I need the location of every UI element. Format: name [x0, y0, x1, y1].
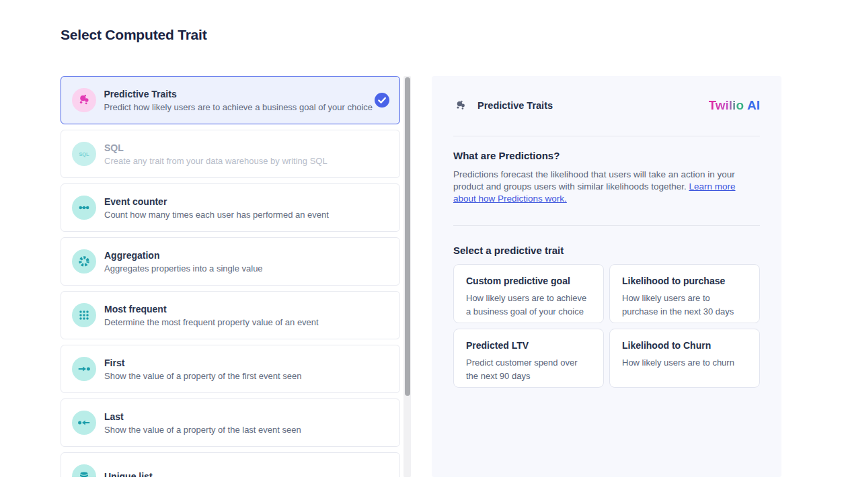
dot-arrow-left-icon	[72, 411, 96, 435]
trait-item-unique-list[interactable]: Unique list	[61, 452, 400, 477]
trait-title: SQL	[104, 141, 328, 155]
trait-title: Predictive Traits	[104, 87, 373, 101]
trait-title: Unique list	[104, 470, 153, 477]
trait-title: Event counter	[104, 195, 329, 208]
trait-title: Most frequent	[104, 302, 319, 316]
trait-title: First	[104, 356, 301, 370]
trait-description: Create any trait from your data warehous…	[104, 155, 328, 167]
divider	[453, 136, 760, 136]
predictive-trait-card-predicted-ltv[interactable]: Predicted LTVPredict customer spend over…	[453, 329, 604, 388]
dots-row-icon	[72, 196, 96, 220]
trait-description: Show the value of a property of the firs…	[104, 370, 301, 382]
trait-title: Last	[104, 410, 301, 423]
ai-logo-text: AI	[747, 98, 760, 112]
trait-description: Show the value of a property of the last…	[104, 423, 301, 436]
cluster-icon	[72, 88, 96, 112]
predictive-trait-card-likelihood-to-purchase[interactable]: Likelihood to purchaseHow likely users a…	[609, 264, 760, 323]
panel-title: Predictive Traits	[477, 100, 553, 111]
about-body: Predictions forecast the likelihood that…	[453, 169, 760, 205]
card-title: Likelihood to purchase	[622, 276, 747, 286]
trait-item-first[interactable]: FirstShow the value of a property of the…	[61, 345, 400, 393]
predictive-trait-card-likelihood-to-churn[interactable]: Likelihood to ChurnHow likely users are …	[609, 329, 760, 388]
card-title: Custom predictive goal	[466, 276, 591, 286]
trait-list-scrollbar[interactable]	[403, 76, 411, 477]
predictive-trait-cards: Custom predictive goalHow likely users a…	[453, 264, 760, 388]
trait-title: Aggregation	[104, 249, 263, 262]
arrow-to-dot-icon	[72, 357, 96, 381]
check-icon	[375, 93, 389, 108]
cluster-icon	[453, 98, 468, 113]
trait-item-last[interactable]: LastShow the value of a property of the …	[61, 398, 400, 447]
trait-item-sql: SQLSQLCreate any trait from your data wa…	[61, 130, 400, 178]
trait-item-predictive-traits[interactable]: Predictive TraitsPredict how likely user…	[61, 76, 400, 124]
card-title: Predicted LTV	[466, 341, 591, 351]
trait-description: Predict how likely users are to achieve …	[104, 101, 373, 114]
cog-icon	[72, 249, 96, 274]
card-description: How likely users are to achieve a busine…	[466, 292, 591, 319]
trait-item-event-counter[interactable]: Event counterCount how many times each u…	[61, 183, 400, 232]
card-description: How likely users are to churn	[622, 356, 747, 370]
select-trait-heading: Select a predictive trait	[453, 244, 760, 257]
database-icon	[72, 464, 96, 477]
card-title: Likelihood to Churn	[622, 341, 747, 351]
twilio-logo-text: Twilio	[709, 98, 744, 112]
trait-description: Aggregates properties into a single valu…	[104, 262, 263, 275]
trait-description: Determine the most frequent property val…	[104, 316, 319, 329]
detail-panel-header: Predictive Traits TwilioAI	[453, 95, 760, 116]
card-description: Predict customer spend over the next 90 …	[466, 356, 591, 383]
card-description: How likely users are to purchase in the …	[622, 292, 747, 319]
scrollbar-thumb[interactable]	[405, 77, 410, 396]
about-heading: What are Predictions?	[453, 149, 760, 163]
page-title: Select Computed Trait	[61, 27, 207, 43]
trait-item-most-frequent[interactable]: Most frequentDetermine the most frequent…	[61, 291, 400, 339]
divider	[453, 225, 760, 226]
dot-grid-icon	[72, 303, 96, 327]
detail-panel: Predictive Traits TwilioAI What are Pred…	[432, 76, 781, 477]
trait-description: Count how many times each user has perfo…	[104, 208, 329, 221]
predictive-trait-card-custom-predictive-goal[interactable]: Custom predictive goalHow likely users a…	[453, 264, 604, 323]
sql-icon: SQL	[72, 142, 96, 166]
twilio-ai-logo: TwilioAI	[709, 98, 760, 113]
trait-list: Predictive TraitsPredict how likely user…	[61, 76, 400, 477]
trait-item-aggregation[interactable]: AggregationAggregates properties into a …	[61, 237, 400, 286]
svg-text:SQL: SQL	[79, 151, 89, 157]
